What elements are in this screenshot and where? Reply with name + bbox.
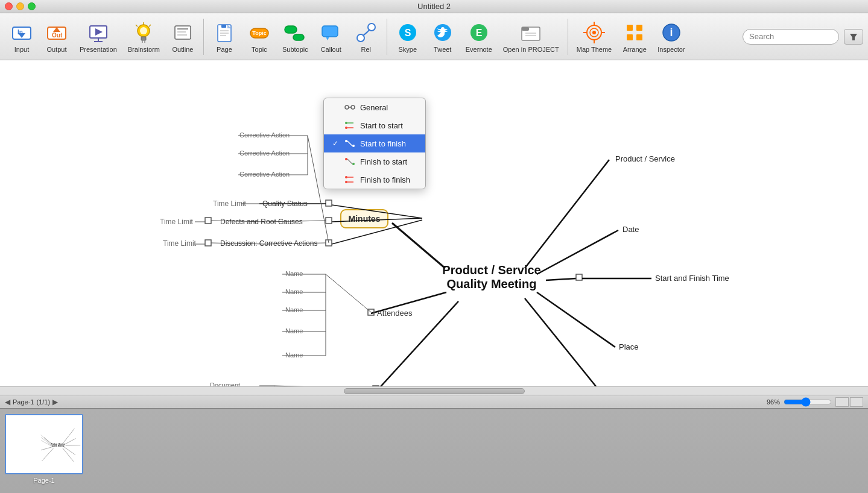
toolbar-brainstorm[interactable]: Brainstorm <box>123 18 165 55</box>
toolbar: In Input Out Output Presentation <box>0 13 868 60</box>
svg-point-35 <box>368 24 375 31</box>
svg-rect-32 <box>322 26 338 37</box>
toolbar-brainstorm-label: Brainstorm <box>128 46 160 53</box>
toolbar-output[interactable]: Out Output <box>40 18 74 55</box>
actual-size-button[interactable] <box>850 397 863 407</box>
svg-rect-53 <box>636 25 642 31</box>
svg-rect-103 <box>373 386 379 386</box>
filter-button[interactable] <box>844 29 863 45</box>
search-input[interactable] <box>743 29 839 45</box>
toolbar-open-in-project-label: Open in PROJECT <box>503 46 559 53</box>
toolbar-topic[interactable]: Topic Topic <box>242 18 276 55</box>
toolbar-topic-label: Topic <box>252 46 267 53</box>
output-icon: Out <box>45 20 69 45</box>
toolbar-page[interactable]: Page <box>207 18 241 55</box>
toolbar-subtopic[interactable]: Subtopic <box>277 18 313 55</box>
horizontal-scrollbar[interactable] <box>0 386 868 395</box>
node-discussion: Discussion: Corrective Actions <box>220 239 317 248</box>
close-button[interactable] <box>5 2 13 10</box>
svg-line-120 <box>347 159 352 164</box>
input-icon: In <box>10 20 34 45</box>
separator-1 <box>203 19 204 55</box>
node-start-finish-time: Start and Finish Time <box>655 274 729 283</box>
general-link-icon <box>344 102 355 113</box>
svg-rect-73 <box>326 218 332 224</box>
svg-line-127 <box>63 429 75 444</box>
svg-line-64 <box>537 292 615 347</box>
title-bar: Untitled 2 <box>0 0 868 13</box>
svg-rect-76 <box>205 218 211 224</box>
toolbar-evernote[interactable]: E Evernote <box>461 18 497 55</box>
toolbar-map-theme[interactable]: Map Theme <box>572 18 617 55</box>
dependency-type-dropdown: General Start to start ✓ Start to finish <box>323 98 426 189</box>
fit-page-button[interactable] <box>835 397 849 407</box>
menu-item-general[interactable]: General <box>324 98 425 116</box>
toolbar-callout[interactable]: Callout <box>314 18 348 55</box>
page-label: Page-1 <box>13 398 34 406</box>
arrange-icon <box>622 20 647 45</box>
node-attendees: Attendees <box>377 309 413 318</box>
toolbar-open-in-project[interactable]: Open in PROJECT <box>498 18 564 55</box>
brainstorm-icon <box>131 20 156 45</box>
inspector-icon: i <box>659 20 683 45</box>
toolbar-rel-label: Rel <box>361 46 372 53</box>
node-documents: Documents to read <box>382 385 448 386</box>
minimize-button[interactable] <box>16 2 24 10</box>
svg-point-121 <box>345 176 347 178</box>
toolbar-rel[interactable]: Rel <box>349 18 383 55</box>
menu-item-finish-to-start[interactable]: Finish to start <box>324 152 425 171</box>
toolbar-tweet-label: Tweet <box>434 46 451 53</box>
toolbar-evernote-label: Evernote <box>466 46 492 53</box>
svg-rect-52 <box>627 25 633 31</box>
svg-rect-55 <box>636 34 642 40</box>
svg-text:i: i <box>670 27 673 39</box>
doc-1: Document <box>210 382 240 386</box>
name-5: Name <box>285 351 303 359</box>
toolbar-subtopic-label: Subtopic <box>282 46 308 53</box>
svg-rect-18 <box>175 26 191 39</box>
prev-page-button[interactable]: ◀ <box>5 398 10 406</box>
svg-text:Topic: Topic <box>252 30 266 36</box>
menu-item-start-to-finish[interactable]: ✓ Start to finish <box>324 134 425 152</box>
window-controls <box>5 2 36 10</box>
presentation-icon <box>86 20 110 45</box>
svg-line-61 <box>546 278 576 280</box>
toolbar-tweet[interactable]: Tweet <box>426 18 460 55</box>
name-4: Name <box>285 327 303 334</box>
page-thumbnail[interactable]: Product / Service Quality Meeting Page-1 <box>5 414 83 484</box>
toolbar-skype[interactable]: S Skype <box>391 18 425 55</box>
next-page-button[interactable]: ▶ <box>52 398 58 406</box>
svg-point-122 <box>345 181 347 183</box>
svg-point-47 <box>592 31 596 34</box>
svg-text:S: S <box>404 28 411 38</box>
toolbar-inspector[interactable]: i Inspector <box>653 18 689 55</box>
subtopic-icon <box>283 20 307 45</box>
name-3: Name <box>285 306 303 313</box>
toolbar-arrange[interactable]: Arrange <box>618 18 651 55</box>
menu-finish-to-start-label: Finish to start <box>360 157 407 166</box>
svg-line-14 <box>136 25 138 27</box>
menu-item-finish-to-finish[interactable]: Finish to finish <box>324 171 425 189</box>
maximize-button[interactable] <box>28 2 36 10</box>
evernote-icon: E <box>467 20 491 45</box>
node-defects: Defects and Root Causes <box>220 218 303 226</box>
menu-item-start-to-start[interactable]: Start to start <box>324 116 425 134</box>
toolbar-input[interactable]: In Input <box>5 18 39 55</box>
finish-to-finish-icon <box>344 174 355 185</box>
svg-point-115 <box>345 140 347 142</box>
status-bar: ◀ Page-1 (1/1) ▶ 96% <box>0 395 868 408</box>
zoom-slider[interactable] <box>784 397 832 407</box>
thumbnail-panel: Product / Service Quality Meeting Page-1 <box>0 408 868 493</box>
svg-rect-30 <box>285 26 297 33</box>
rel-icon <box>354 20 378 45</box>
toolbar-presentation[interactable]: Presentation <box>75 18 122 55</box>
toolbar-outline[interactable]: Outline <box>166 18 200 55</box>
page-info: (1/1) <box>36 398 50 406</box>
map-theme-icon <box>582 20 606 45</box>
scroll-thumb[interactable] <box>344 388 525 394</box>
node-date: Date <box>622 225 639 234</box>
svg-line-131 <box>63 448 74 462</box>
toolbar-page-label: Page <box>217 46 232 53</box>
node-place: Place <box>619 342 639 351</box>
svg-text:Out: Out <box>52 32 63 39</box>
